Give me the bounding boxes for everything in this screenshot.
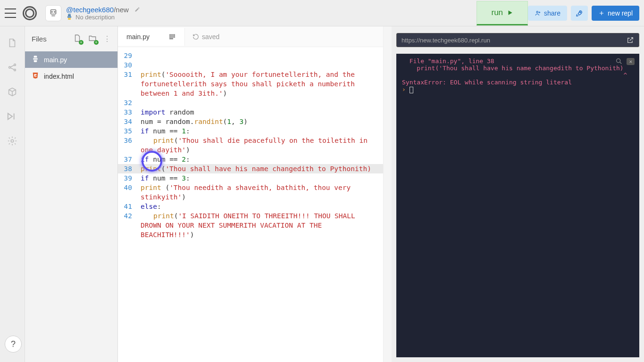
svg-point-2 bbox=[54, 11, 55, 12]
code-line[interactable]: 39if num == 3: bbox=[118, 173, 383, 183]
icon-sidebar bbox=[0, 26, 25, 362]
file-item[interactable]: index.html bbox=[25, 68, 117, 84]
file-name: main.py bbox=[44, 56, 67, 64]
code-line[interactable]: 35if num == 1: bbox=[118, 126, 383, 136]
svg-point-13 bbox=[617, 59, 620, 63]
share-nodes-icon[interactable] bbox=[7, 62, 17, 74]
svg-point-1 bbox=[51, 11, 52, 12]
code-content[interactable] bbox=[141, 60, 383, 70]
header-actions: share new repl bbox=[528, 6, 639, 21]
play-icon bbox=[507, 9, 513, 16]
replit-logo[interactable] bbox=[23, 6, 37, 20]
code-line[interactable]: 41else: bbox=[118, 202, 383, 211]
open-external-icon[interactable] bbox=[627, 36, 634, 44]
html-icon bbox=[32, 72, 39, 81]
pencil-icon[interactable] bbox=[134, 6, 140, 14]
code-line[interactable]: 40print ('Thou needith a shaveith, bathi… bbox=[118, 183, 383, 202]
rocket-icon bbox=[576, 9, 583, 17]
new-folder-icon[interactable] bbox=[88, 34, 97, 44]
code-line[interactable]: 42print('I SAIDITH ONEITH TO THREEITH!!!… bbox=[118, 211, 383, 239]
code-content[interactable]: import random bbox=[141, 107, 383, 117]
main: Files ⋮ main.pyindex.html main.py saved bbox=[0, 26, 644, 362]
share-button[interactable]: share bbox=[528, 6, 567, 21]
plus-icon bbox=[598, 10, 605, 16]
code-content[interactable] bbox=[141, 51, 383, 60]
file-name: index.html bbox=[44, 73, 74, 80]
prompt-icon: › bbox=[402, 86, 406, 93]
project-info: @techgeek680/new No description bbox=[66, 6, 140, 21]
terminal-url: https://new.techgeek680.repl.run bbox=[401, 37, 490, 44]
code-line[interactable]: 32 bbox=[118, 98, 383, 107]
code-editor[interactable]: 29 30 31print('Sooooith, I am your fortu… bbox=[118, 47, 383, 362]
code-content[interactable] bbox=[141, 98, 383, 107]
line-number: 32 bbox=[118, 98, 141, 107]
person-plus-icon bbox=[535, 10, 541, 16]
svg-rect-12 bbox=[170, 38, 173, 39]
terminal[interactable]: ✕ File "main.py", line 38 print('Thou sh… bbox=[396, 54, 639, 357]
code-line[interactable]: 33import random bbox=[118, 107, 383, 117]
code-content[interactable]: print('Thou shall die peacefully on the … bbox=[141, 136, 383, 155]
help-button[interactable]: ? bbox=[5, 336, 22, 353]
editor-scrollbar[interactable] bbox=[383, 26, 392, 362]
clear-icon[interactable]: ✕ bbox=[627, 58, 635, 65]
code-line[interactable]: 30 bbox=[118, 60, 383, 70]
svg-point-5 bbox=[9, 66, 11, 68]
terminal-line: SyntaxError: EOL while scanning string l… bbox=[402, 79, 634, 86]
code-line[interactable]: 36print('Thou shall die peacefully on th… bbox=[118, 136, 383, 155]
files-header: Files ⋮ bbox=[25, 26, 117, 51]
line-number: 29 bbox=[118, 51, 141, 60]
hamburger-icon[interactable] bbox=[5, 8, 16, 18]
project-path[interactable]: @techgeek680/new bbox=[66, 6, 140, 14]
svg-point-7 bbox=[14, 69, 16, 71]
code-content[interactable]: print('Thou shall have his name changedi… bbox=[141, 164, 383, 173]
code-content[interactable]: if num == 1: bbox=[141, 126, 383, 136]
code-line[interactable]: 38print('Thou shall have his name change… bbox=[118, 164, 383, 173]
terminal-line: print('Thou shall have his name changedi… bbox=[402, 65, 634, 72]
svg-point-6 bbox=[14, 64, 16, 66]
code-line[interactable]: 34num = random.randint(1, 3) bbox=[118, 117, 383, 126]
editor-tab[interactable]: main.py bbox=[118, 28, 185, 46]
terminal-cursor bbox=[410, 87, 413, 93]
run-button[interactable]: run bbox=[477, 1, 528, 25]
line-number: 38 bbox=[118, 164, 141, 173]
editor-panel: main.py saved 29 30 31print('Sooooith, I… bbox=[118, 26, 383, 362]
editor-tabs: main.py saved bbox=[118, 26, 383, 47]
code-content[interactable]: if num == 3: bbox=[141, 173, 383, 183]
code-content[interactable]: else: bbox=[141, 202, 383, 211]
terminal-url-bar[interactable]: https://new.techgeek680.repl.run bbox=[396, 33, 639, 47]
code-line[interactable]: 37if num == 2: bbox=[118, 155, 383, 164]
files-icon[interactable] bbox=[7, 38, 17, 50]
project-name[interactable]: new bbox=[116, 6, 129, 14]
file-list: main.pyindex.html bbox=[25, 51, 117, 84]
gear-icon[interactable] bbox=[7, 136, 17, 148]
code-line[interactable]: 29 bbox=[118, 51, 383, 60]
line-number: 31 bbox=[118, 70, 141, 79]
more-icon[interactable]: ⋮ bbox=[103, 34, 111, 43]
line-number: 33 bbox=[118, 107, 141, 117]
avatar[interactable] bbox=[45, 5, 61, 21]
code-content[interactable]: num = random.randint(1, 3) bbox=[141, 117, 383, 126]
code-line[interactable]: 31print('Sooooith, I am your fortunetell… bbox=[118, 70, 383, 98]
code-content[interactable]: print ('Thou needith a shaveith, bathith… bbox=[141, 183, 383, 202]
svg-point-8 bbox=[11, 140, 14, 142]
file-item[interactable]: main.py bbox=[25, 51, 117, 68]
new-file-icon[interactable] bbox=[73, 34, 82, 44]
code-content[interactable]: print('Sooooith, I am your fortuneteller… bbox=[141, 70, 383, 98]
format-icon[interactable] bbox=[168, 33, 176, 41]
code-content[interactable]: if num == 2: bbox=[141, 155, 383, 164]
terminal-prompt[interactable]: › bbox=[402, 86, 634, 93]
history-icon bbox=[192, 33, 199, 40]
rocket-button[interactable] bbox=[571, 6, 588, 21]
username[interactable]: @techgeek680 bbox=[66, 6, 114, 14]
cube-icon[interactable] bbox=[7, 87, 17, 99]
svg-rect-10 bbox=[170, 34, 175, 35]
debug-icon[interactable] bbox=[6, 111, 18, 123]
terminal-line: File "main.py", line 38 bbox=[402, 58, 634, 65]
new-repl-button[interactable]: new repl bbox=[592, 6, 639, 21]
line-number: 34 bbox=[118, 117, 141, 126]
saved-indicator: saved bbox=[185, 33, 227, 41]
code-content[interactable]: print('I SAIDITH ONEITH TO THREEITH!!! T… bbox=[141, 211, 383, 239]
project-description: No description bbox=[66, 14, 140, 21]
search-icon[interactable] bbox=[615, 58, 623, 65]
svg-point-4 bbox=[580, 12, 581, 13]
